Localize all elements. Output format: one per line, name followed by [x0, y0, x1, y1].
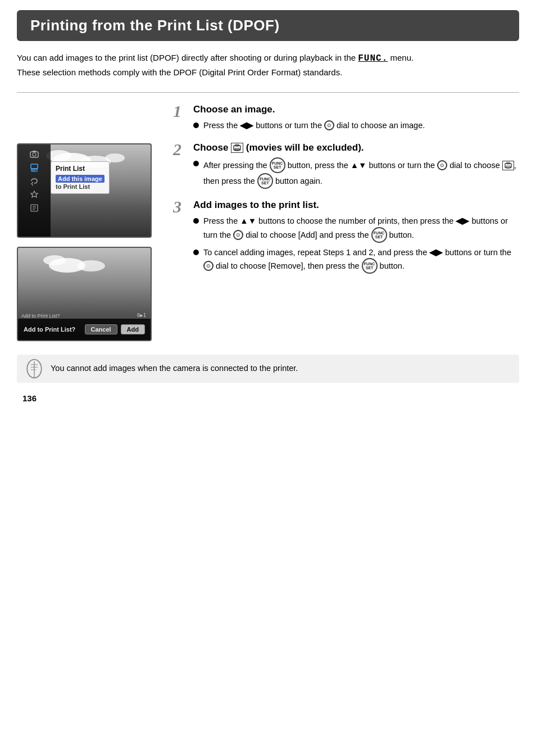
step-3-number: 3: [173, 197, 181, 216]
dial-icon-4: ⊙: [203, 261, 214, 271]
step-3: 3 Add images to the print list. Press th…: [185, 200, 519, 275]
dial-icon-3: ⊙: [233, 230, 243, 240]
note-text: You cannot add images when the camera is…: [51, 364, 298, 373]
intro-line1: You can add images to the print list (DP…: [17, 53, 356, 62]
panel-item-selected: Add this image: [56, 175, 105, 183]
loop-menu-icon: [25, 175, 44, 187]
screenshot-column: Print List Add this image to Print List …: [17, 104, 174, 341]
camera-menu-icon: [25, 148, 44, 160]
func-set-button-icon-3: FUNC SET: [371, 227, 387, 243]
step-2-number: 2: [173, 140, 181, 159]
step-2-bullet-1-text: After pressing the FUNC SET button, pres…: [203, 158, 519, 189]
step-1-number: 1: [173, 102, 181, 121]
page-number: 136: [22, 393, 37, 403]
page-title: Printing from the Print List (DPOF): [30, 17, 506, 34]
step-2-bullet-1: After pressing the FUNC SET button, pres…: [193, 158, 519, 189]
other-menu-icon: [25, 202, 44, 214]
camera-screen-1: Print List Add this image to Print List: [17, 143, 152, 238]
step-1: 1 Choose an image. Press the ◀▶ buttons …: [185, 104, 519, 132]
steps-column: 1 Choose an image. Press the ◀▶ buttons …: [174, 104, 519, 341]
camera-screen-2: Add to Print List? 0▶1 Add to Print List…: [17, 247, 152, 341]
intro-text: You can add images to the print list (DP…: [0, 41, 536, 84]
bullet-icon: [193, 123, 199, 128]
page-header: Printing from the Print List (DPOF): [17, 10, 519, 41]
func-word: FUNC.: [358, 53, 388, 64]
bullet-icon: [193, 250, 199, 255]
svg-point-1: [33, 153, 36, 156]
step-2: 2 Choose (movies will be excluded). Afte…: [185, 142, 519, 189]
step-3-title: Add images to the print list.: [193, 200, 519, 211]
svg-rect-2: [33, 151, 36, 152]
main-content: Print List Add this image to Print List …: [0, 98, 536, 341]
step-3-bullet-1-text: Press the ▲▼ buttons to choose the numbe…: [203, 215, 519, 243]
section-divider: [17, 92, 519, 93]
intro-line1-end: menu.: [390, 53, 414, 62]
print-symbol: [231, 143, 243, 153]
dialog-bar: Add to Print List? Cancel Add: [18, 319, 151, 340]
note-box: You cannot add images when the camera is…: [17, 355, 519, 383]
step-2-title: Choose (movies will be excluded).: [193, 142, 519, 153]
menu-panel: Print List Add this image to Print List: [51, 161, 110, 194]
dial-icon: ⊙: [324, 120, 334, 130]
add-button[interactable]: Add: [121, 324, 145, 334]
bullet-icon: [193, 161, 199, 166]
svg-rect-3: [31, 164, 38, 169]
counter-bar: Add to Print List? 0▶1: [18, 313, 151, 319]
print-symbol-2: [502, 161, 514, 170]
intro-line2: These selection methods comply with the …: [17, 66, 519, 79]
step-1-bullet-1-text: Press the ◀▶ buttons or turn the ⊙ dial …: [203, 120, 519, 132]
note-pencil-icon: [25, 357, 44, 380]
menu-overlay: [18, 144, 51, 237]
func-set-button-icon: FUNC SET: [270, 157, 285, 173]
step-2-body: After pressing the FUNC SET button, pres…: [193, 158, 519, 189]
step-1-body: Press the ◀▶ buttons or turn the ⊙ dial …: [193, 120, 519, 132]
step-3-bullet-1: Press the ▲▼ buttons to choose the numbe…: [193, 215, 519, 243]
step-3-body: Press the ▲▼ buttons to choose the numbe…: [193, 215, 519, 275]
step-1-title: Choose an image.: [193, 104, 519, 115]
step-1-bullet-1: Press the ◀▶ buttons or turn the ⊙ dial …: [193, 120, 519, 132]
step-3-bullet-2-text: To cancel adding images, repeat Steps 1 …: [203, 247, 519, 275]
print-menu-icon: [25, 161, 44, 174]
bullet-icon: [193, 218, 199, 224]
svg-marker-7: [31, 191, 38, 197]
dial-icon-2: ⊙: [437, 160, 447, 170]
star-menu-icon: [25, 188, 44, 201]
dialog-question: Add to Print List?: [24, 326, 75, 333]
cancel-button[interactable]: Cancel: [85, 324, 117, 334]
panel-title: Print List: [56, 165, 105, 173]
func-set-button-icon-4: FUNC SET: [362, 258, 378, 274]
step-3-bullet-2: To cancel adding images, repeat Steps 1 …: [193, 247, 519, 275]
func-set-button-icon-2: FUNC SET: [257, 173, 273, 189]
